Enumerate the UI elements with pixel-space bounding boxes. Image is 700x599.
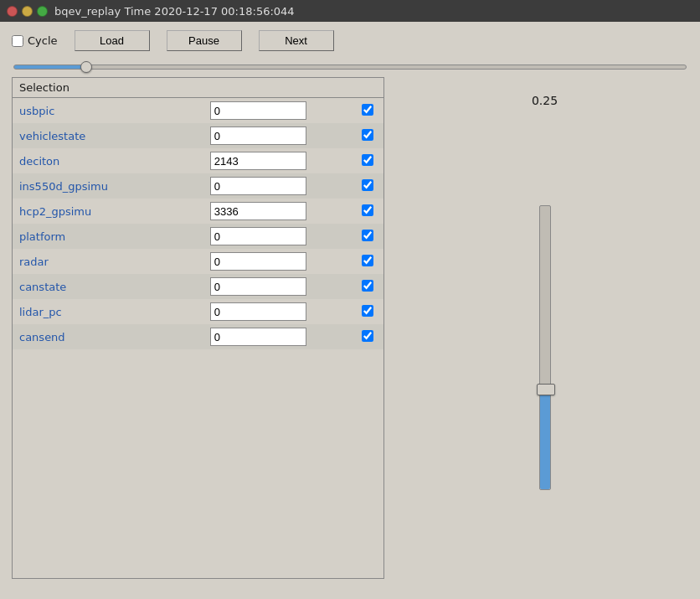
pause-button[interactable]: Pause (167, 30, 242, 51)
table-row: cansend (13, 324, 383, 349)
row-checkbox[interactable] (362, 230, 373, 241)
vslider-fill (540, 390, 550, 488)
table-row: usbpic (13, 98, 383, 123)
row-value-cell (203, 123, 352, 148)
row-value-input[interactable] (210, 127, 306, 145)
row-label: platform (13, 224, 203, 249)
row-value-cell (203, 249, 352, 274)
value-display: 0.25 (532, 94, 558, 107)
row-checkbox[interactable] (362, 179, 373, 191)
table-row: ins550d_gpsimu (13, 173, 383, 199)
selection-header: Selection (13, 78, 383, 98)
row-checkbox[interactable] (362, 305, 373, 317)
minimize-button[interactable] (22, 6, 33, 17)
row-check-cell (352, 324, 383, 349)
row-value-cell (203, 274, 352, 299)
titlebar: bqev_replay Time 2020-12-17 00:18:56:044 (0, 0, 700, 22)
table-row: vehiclestate (13, 123, 383, 148)
table-row: platform (13, 224, 383, 249)
row-value-input[interactable] (210, 177, 306, 195)
row-check-cell (352, 123, 383, 148)
row-label: deciton (13, 148, 203, 173)
row-checkbox[interactable] (362, 255, 373, 266)
hslider-container (12, 59, 688, 72)
row-value-input[interactable] (210, 152, 306, 170)
next-button[interactable]: Next (259, 30, 334, 51)
cycle-check-container[interactable]: Cycle (12, 34, 58, 47)
row-value-input[interactable] (210, 202, 306, 220)
row-check-cell (352, 224, 383, 249)
selection-panel: Selection usbpicvehiclestatedecitonins55… (12, 77, 384, 579)
row-label: radar (13, 249, 203, 274)
data-table: usbpicvehiclestatedecitonins550d_gpsimuh… (13, 98, 383, 349)
row-check-cell (352, 148, 383, 173)
table-row: hcp2_gpsimu (13, 199, 383, 224)
table-row: deciton (13, 148, 383, 173)
row-value-input[interactable] (210, 277, 306, 296)
row-label: hcp2_gpsimu (13, 199, 203, 224)
row-value-cell (203, 173, 352, 199)
row-checkbox[interactable] (362, 129, 373, 141)
window-controls[interactable] (7, 6, 48, 17)
row-value-input[interactable] (210, 302, 306, 321)
selection-body[interactable]: usbpicvehiclestatedecitonins550d_gpsimuh… (13, 98, 383, 578)
load-button[interactable]: Load (75, 30, 150, 51)
row-check-cell (352, 199, 383, 224)
row-value-input[interactable] (210, 101, 306, 120)
row-check-cell (352, 299, 383, 324)
row-check-cell (352, 173, 383, 199)
vslider-track (539, 205, 551, 490)
main-area: Selection usbpicvehiclestatedecitonins55… (12, 77, 688, 579)
row-value-cell (203, 148, 352, 173)
row-label: canstate (13, 274, 203, 299)
table-row: radar (13, 249, 383, 274)
row-label: ins550d_gpsimu (13, 173, 203, 199)
row-label: usbpic (13, 98, 203, 123)
row-value-cell (203, 199, 352, 224)
row-checkbox[interactable] (362, 280, 373, 292)
row-value-input[interactable] (210, 328, 306, 346)
maximize-button[interactable] (37, 6, 48, 17)
row-value-input[interactable] (210, 252, 306, 271)
cycle-label[interactable]: Cycle (28, 34, 58, 47)
row-check-cell (352, 249, 383, 274)
row-value-cell (203, 98, 352, 123)
row-label: lidar_pc (13, 299, 203, 324)
toolbar: Cycle Load Pause Next (12, 30, 688, 51)
table-row: lidar_pc (13, 299, 383, 324)
table-row: canstate (13, 274, 383, 299)
close-button[interactable] (7, 6, 18, 17)
row-value-cell (203, 299, 352, 324)
cycle-checkbox[interactable] (12, 35, 23, 47)
row-checkbox[interactable] (362, 104, 373, 116)
row-value-cell (203, 224, 352, 249)
progress-slider[interactable] (13, 65, 687, 70)
row-value-input[interactable] (210, 227, 306, 245)
row-check-cell (352, 98, 383, 123)
vslider-thumb[interactable] (537, 384, 555, 395)
window-content: Cycle Load Pause Next Selection usbpicve… (0, 22, 700, 599)
row-checkbox[interactable] (362, 154, 373, 166)
row-check-cell (352, 274, 383, 299)
row-value-cell (203, 324, 352, 349)
row-checkbox[interactable] (362, 330, 373, 342)
window-title: bqev_replay Time 2020-12-17 00:18:56:044 (54, 5, 295, 18)
row-label: vehiclestate (13, 123, 203, 148)
right-panel: 0.25 (384, 77, 688, 579)
vslider-container (539, 116, 551, 579)
row-label: cansend (13, 324, 203, 349)
row-checkbox[interactable] (362, 204, 373, 216)
